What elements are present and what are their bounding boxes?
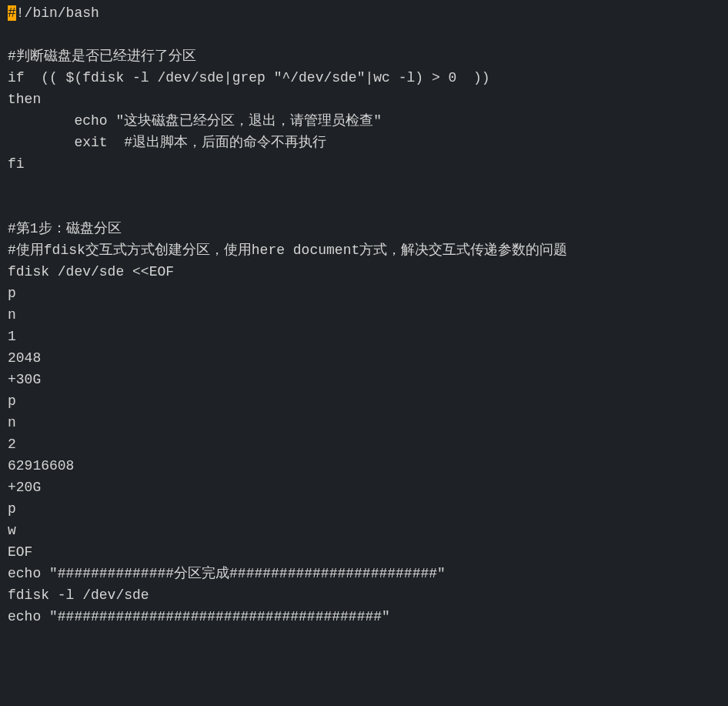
code-line-26: echo "##############分区完成################… bbox=[8, 564, 720, 585]
code-line-8 bbox=[8, 176, 720, 197]
code-line-0: #!/bin/bash bbox=[8, 3, 720, 25]
code-line-12: fdisk /dev/sde <<EOF bbox=[8, 262, 720, 283]
code-text: then bbox=[8, 92, 41, 107]
comment-text: #使用fdisk交互式方式创建分区，使用here document方式，解决交互… bbox=[8, 243, 567, 258]
code-text: 2048 bbox=[8, 350, 41, 366]
code-line-9 bbox=[8, 197, 720, 219]
code-line-28: echo "##################################… bbox=[8, 607, 720, 628]
code-line-1 bbox=[8, 25, 720, 46]
comment-text: #第1步：磁盘分区 bbox=[8, 221, 122, 236]
code-line-18: p bbox=[8, 391, 720, 413]
code-text: p bbox=[8, 501, 16, 517]
code-line-6: exit #退出脚本，后面的命令不再执行 bbox=[8, 132, 720, 154]
code-text: n bbox=[8, 415, 16, 430]
code-line-15: 1 bbox=[8, 326, 720, 348]
code-line-27: fdisk -l /dev/sde bbox=[8, 585, 720, 607]
code-line-20: 2 bbox=[8, 434, 720, 456]
code-text: fdisk /dev/sde <<EOF bbox=[8, 264, 174, 279]
code-text: 62916608 bbox=[8, 458, 74, 473]
code-text: exit #退出脚本，后面的命令不再执行 bbox=[8, 135, 326, 150]
code-text: echo "##############分区完成################… bbox=[8, 566, 446, 581]
code-line-3: if (( $(fdisk -l /dev/sde|grep "^/dev/sd… bbox=[8, 68, 720, 89]
code-text: if (( $(fdisk -l /dev/sde|grep "^/dev/sd… bbox=[8, 70, 490, 85]
code-text: echo "##################################… bbox=[8, 609, 390, 624]
shebang-text: !/bin/bash bbox=[16, 5, 99, 21]
code-block: #!/bin/bash #判断磁盘是否已经进行了分区if (( $(fdisk … bbox=[8, 3, 720, 628]
code-line-10: #第1步：磁盘分区 bbox=[8, 219, 720, 240]
code-text: n bbox=[8, 307, 16, 323]
code-text: p bbox=[8, 286, 16, 301]
code-line-5: echo "这块磁盘已经分区，退出，请管理员检查" bbox=[8, 111, 720, 132]
code-line-19: n bbox=[8, 413, 720, 434]
code-line-21: 62916608 bbox=[8, 456, 720, 477]
code-line-23: p bbox=[8, 499, 720, 520]
code-line-24: w bbox=[8, 520, 720, 542]
code-text: w bbox=[8, 523, 16, 538]
code-line-25: EOF bbox=[8, 542, 720, 564]
code-text: +20G bbox=[8, 480, 41, 495]
code-text: 1 bbox=[8, 329, 16, 344]
code-text: fdisk -l /dev/sde bbox=[8, 587, 149, 603]
comment-text: #判断磁盘是否已经进行了分区 bbox=[8, 49, 196, 64]
code-line-11: #使用fdisk交互式方式创建分区，使用here document方式，解决交互… bbox=[8, 240, 720, 262]
code-line-17: +30G bbox=[8, 370, 720, 391]
code-text: fi bbox=[8, 156, 25, 172]
code-line-4: then bbox=[8, 89, 720, 111]
code-line-14: n bbox=[8, 305, 720, 326]
code-line-16: 2048 bbox=[8, 348, 720, 370]
code-line-2: #判断磁盘是否已经进行了分区 bbox=[8, 46, 720, 68]
code-line-22: +20G bbox=[8, 477, 720, 499]
code-line-7: fi bbox=[8, 154, 720, 176]
code-text: EOF bbox=[8, 544, 32, 560]
code-text: 2 bbox=[8, 437, 16, 452]
code-line-13: p bbox=[8, 283, 720, 305]
cursor-highlight: # bbox=[8, 5, 16, 21]
code-text: echo "这块磁盘已经分区，退出，请管理员检查" bbox=[8, 113, 382, 129]
code-text: p bbox=[8, 393, 16, 409]
code-text: +30G bbox=[8, 372, 41, 387]
